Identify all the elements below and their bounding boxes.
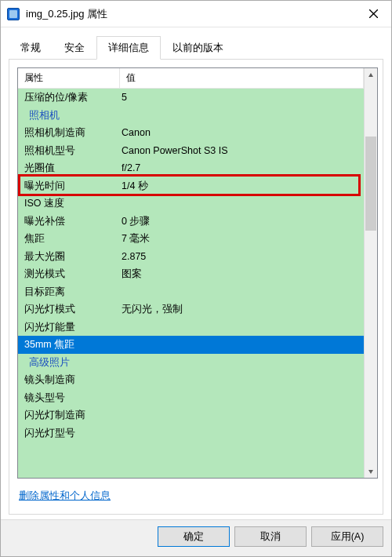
property-value	[120, 358, 364, 368]
table-row[interactable]: 照相机	[18, 107, 364, 125]
properties-dialog: img_0.25.jpg 属性 常规 安全 详细信息 以前的版本 属性 值 压缩…	[0, 0, 392, 557]
scroll-thumb[interactable]	[365, 137, 376, 231]
property-value	[120, 322, 364, 333]
cancel-button[interactable]: 取消	[234, 526, 307, 547]
close-button[interactable]	[355, 1, 391, 27]
scroll-up-button[interactable]	[365, 68, 377, 82]
property-name: 镜头型号	[18, 393, 120, 403]
table-row[interactable]: 闪光灯能量	[18, 319, 364, 337]
property-value: 无闪光，强制	[120, 304, 364, 315]
file-icon	[7, 8, 20, 20]
tab-previous-versions[interactable]: 以前的版本	[161, 36, 235, 60]
property-value	[120, 410, 364, 420]
property-value	[120, 393, 364, 403]
property-name: 压缩的位/像素	[18, 93, 120, 103]
property-name: 照相机制造商	[18, 128, 120, 138]
property-value	[120, 111, 364, 121]
table-row[interactable]: 曝光时间1/4 秒	[18, 177, 364, 195]
property-value: 0 步骤	[120, 217, 364, 227]
table-row[interactable]: 镜头制造商	[18, 371, 364, 389]
property-name: ISO 速度	[18, 198, 120, 209]
apply-button[interactable]: 应用(A)	[311, 526, 383, 547]
table-row[interactable]: 闪光灯型号	[18, 424, 364, 442]
tab-bar: 常规 安全 详细信息 以前的版本	[1, 27, 391, 59]
property-name: 闪光灯制造商	[18, 410, 120, 420]
col-header-property[interactable]: 属性	[18, 68, 120, 88]
property-value: 2.875	[120, 252, 364, 262]
table-row[interactable]: 光圈值f/2.7	[18, 159, 364, 177]
property-value: f/2.7	[120, 163, 364, 173]
remove-properties-link[interactable]: 删除属性和个人信息	[19, 490, 111, 501]
col-header-value[interactable]: 值	[120, 68, 364, 88]
property-value	[120, 198, 364, 209]
table-row[interactable]: 最大光圈2.875	[18, 248, 364, 266]
property-name: 曝光时间	[18, 181, 120, 191]
properties-table-body[interactable]: 属性 值 压缩的位/像素5照相机照相机制造商Canon照相机型号Canon Po…	[18, 68, 364, 478]
tab-details[interactable]: 详细信息	[96, 36, 161, 60]
table-row[interactable]: 曝光补偿0 步骤	[18, 213, 364, 231]
window-title: img_0.25.jpg 属性	[26, 7, 355, 21]
titlebar: img_0.25.jpg 属性	[1, 1, 391, 27]
property-name: 闪光灯能量	[18, 322, 120, 333]
table-row[interactable]: 35mm 焦距	[18, 336, 364, 354]
property-value: Canon	[120, 128, 364, 138]
property-name: 最大光圈	[18, 252, 120, 262]
property-name: 闪光灯模式	[18, 304, 120, 315]
property-value	[120, 287, 364, 297]
property-name: 光圈值	[18, 163, 120, 173]
table-row[interactable]: 闪光灯制造商	[18, 406, 364, 424]
property-value: 1/4 秒	[120, 181, 364, 191]
table-header: 属性 值	[18, 68, 364, 89]
property-value	[120, 340, 364, 350]
property-name: 镜头制造商	[18, 375, 120, 385]
vertical-scrollbar[interactable]	[364, 68, 377, 478]
property-name: 焦距	[18, 234, 120, 244]
property-value: 5	[120, 93, 364, 103]
property-name: 曝光补偿	[18, 217, 120, 227]
property-value	[120, 428, 364, 439]
property-value: 7 毫米	[120, 234, 364, 244]
ok-button[interactable]: 确定	[158, 526, 230, 547]
table-row[interactable]: 焦距7 毫米	[18, 230, 364, 248]
tab-general[interactable]: 常规	[9, 36, 53, 60]
table-row[interactable]: 闪光灯模式无闪光，强制	[18, 300, 364, 319]
properties-table: 属性 值 压缩的位/像素5照相机照相机制造商Canon照相机型号Canon Po…	[17, 67, 378, 479]
property-value: 图案	[120, 269, 364, 279]
property-value: Canon PowerShot S3 IS	[120, 146, 364, 156]
property-name: 高级照片	[18, 358, 120, 368]
property-name: 测光模式	[18, 269, 120, 279]
property-name: 照相机	[18, 111, 120, 121]
property-name: 照相机型号	[18, 146, 120, 156]
remove-properties-row: 删除属性和个人信息	[17, 479, 378, 506]
table-row[interactable]: 目标距离	[18, 283, 364, 301]
property-name: 目标距离	[18, 287, 120, 297]
table-row[interactable]: 镜头型号	[18, 389, 364, 407]
table-row[interactable]: 照相机制造商Canon	[18, 124, 364, 142]
property-value	[120, 375, 364, 385]
scroll-down-button[interactable]	[365, 464, 377, 478]
property-name: 35mm 焦距	[18, 340, 120, 350]
scroll-track[interactable]	[365, 82, 377, 464]
table-row[interactable]: ISO 速度	[18, 195, 364, 213]
tab-security[interactable]: 安全	[53, 36, 96, 60]
table-row[interactable]: 压缩的位/像素5	[18, 89, 364, 107]
property-name: 闪光灯型号	[18, 428, 120, 439]
table-row[interactable]: 照相机型号Canon PowerShot S3 IS	[18, 142, 364, 160]
tab-panel-details: 属性 值 压缩的位/像素5照相机照相机制造商Canon照相机型号Canon Po…	[9, 59, 383, 515]
table-row[interactable]: 高级照片	[18, 354, 364, 372]
svg-marker-3	[368, 470, 373, 474]
table-row[interactable]: 测光模式图案	[18, 265, 364, 283]
svg-marker-2	[368, 73, 373, 77]
dialog-button-bar: 确定 取消 应用(A)	[1, 519, 391, 556]
